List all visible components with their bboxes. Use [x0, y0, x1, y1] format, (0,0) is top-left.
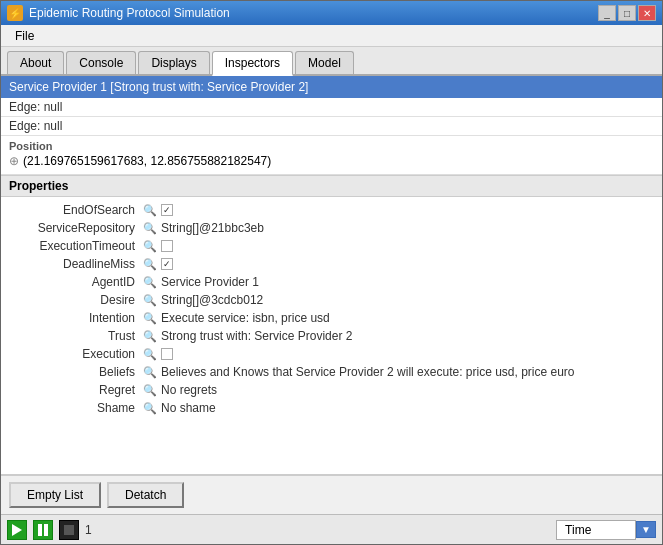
pause-bar-2: [44, 524, 48, 536]
title-bar-controls: _ □ ✕: [598, 5, 656, 21]
prop-icon-servicerepository: 🔍: [143, 222, 157, 235]
pause-button[interactable]: [33, 520, 53, 540]
empty-list-button[interactable]: Empty List: [9, 482, 101, 508]
edge-line-1: Edge: null: [1, 98, 662, 117]
prop-icon-beliefs: 🔍: [143, 366, 157, 379]
prop-name-executiontimeout: ExecutionTimeout: [9, 239, 139, 253]
tab-inspectors[interactable]: Inspectors: [212, 51, 293, 76]
prop-row-regret: Regret 🔍 No regrets: [1, 381, 662, 399]
properties-header: Properties: [1, 175, 662, 197]
window-title: Epidemic Routing Protocol Simulation: [29, 6, 230, 20]
prop-name-regret: Regret: [9, 383, 139, 397]
checkbox-endofsearch[interactable]: [161, 204, 173, 216]
prop-icon-agentid: 🔍: [143, 276, 157, 289]
status-number: 1: [85, 523, 92, 537]
position-section: Position ⊕ (21.1697651596​17683, 12.8567…: [1, 136, 662, 175]
menu-bar: File: [1, 25, 662, 47]
prop-name-servicerepository: ServiceRepository: [9, 221, 139, 235]
prop-value-desire: String[]@3cdcb012: [161, 293, 263, 307]
content-area: Service Provider 1 [Strong trust with: S…: [1, 76, 662, 474]
tab-displays[interactable]: Displays: [138, 51, 209, 74]
selected-node: Service Provider 1 [Strong trust with: S…: [1, 76, 662, 98]
prop-row-intention: Intention 🔍 Execute service: isbn, price…: [1, 309, 662, 327]
tabs-bar: About Console Displays Inspectors Model: [1, 47, 662, 76]
prop-value-shame: No shame: [161, 401, 216, 415]
prop-name-intention: Intention: [9, 311, 139, 325]
prop-value-agentid: Service Provider 1: [161, 275, 259, 289]
prop-name-agentid: AgentID: [9, 275, 139, 289]
detatch-button[interactable]: Detatch: [107, 482, 184, 508]
prop-name-desire: Desire: [9, 293, 139, 307]
prop-value-beliefs: Believes and Knows that Service Provider…: [161, 365, 575, 379]
prop-icon-endofsearch: 🔍: [143, 204, 157, 217]
properties-section: EndOfSearch 🔍 ServiceRepository 🔍 String…: [1, 197, 662, 421]
position-label: Position: [9, 140, 654, 152]
time-select[interactable]: Time: [556, 520, 636, 540]
prop-row-servicerepository: ServiceRepository 🔍 String[]@21bbc3eb: [1, 219, 662, 237]
checkbox-executiontimeout[interactable]: [161, 240, 173, 252]
prop-icon-executiontimeout: 🔍: [143, 240, 157, 253]
prop-icon-execution: 🔍: [143, 348, 157, 361]
prop-name-trust: Trust: [9, 329, 139, 343]
prop-value-intention: Execute service: isbn, price usd: [161, 311, 330, 325]
pause-bar-1: [38, 524, 42, 536]
title-bar-left: ⚡ Epidemic Routing Protocol Simulation: [7, 5, 230, 21]
dropdown-arrow-icon[interactable]: ▼: [636, 521, 656, 538]
prop-row-trust: Trust 🔍 Strong trust with: Service Provi…: [1, 327, 662, 345]
prop-row-desire: Desire 🔍 String[]@3cdcb012: [1, 291, 662, 309]
bottom-panel: Empty List Detatch: [1, 474, 662, 514]
prop-name-execution: Execution: [9, 347, 139, 361]
edge-line-2: Edge: null: [1, 117, 662, 136]
tab-model[interactable]: Model: [295, 51, 354, 74]
prop-row-shame: Shame 🔍 No shame: [1, 399, 662, 417]
prop-row-agentid: AgentID 🔍 Service Provider 1: [1, 273, 662, 291]
stop-icon: [64, 525, 74, 535]
position-coords: (21.1697651596​17683, 12.856755882182547…: [23, 154, 271, 168]
position-value: ⊕ (21.1697651596​17683, 12.8567558821825…: [9, 152, 654, 170]
maximize-button[interactable]: □: [618, 5, 636, 21]
prop-value-servicerepository: String[]@21bbc3eb: [161, 221, 264, 235]
prop-name-beliefs: Beliefs: [9, 365, 139, 379]
prop-icon-trust: 🔍: [143, 330, 157, 343]
prop-row-execution: Execution 🔍: [1, 345, 662, 363]
status-bar: 1 Time ▼: [1, 514, 662, 544]
prop-row-endofsearch: EndOfSearch 🔍: [1, 201, 662, 219]
app-window: ⚡ Epidemic Routing Protocol Simulation _…: [0, 0, 663, 545]
close-button[interactable]: ✕: [638, 5, 656, 21]
prop-name-endofsearch: EndOfSearch: [9, 203, 139, 217]
tab-about[interactable]: About: [7, 51, 64, 74]
prop-value-regret: No regrets: [161, 383, 217, 397]
time-dropdown: Time ▼: [556, 520, 656, 540]
prop-icon-shame: 🔍: [143, 402, 157, 415]
prop-row-deadlinemiss: DeadlineMiss 🔍: [1, 255, 662, 273]
title-bar: ⚡ Epidemic Routing Protocol Simulation _…: [1, 1, 662, 25]
main-content: Service Provider 1 [Strong trust with: S…: [1, 76, 662, 514]
prop-icon-regret: 🔍: [143, 384, 157, 397]
checkbox-deadlinemiss[interactable]: [161, 258, 173, 270]
prop-icon-desire: 🔍: [143, 294, 157, 307]
play-button[interactable]: [7, 520, 27, 540]
prop-row-beliefs: Beliefs 🔍 Believes and Knows that Servic…: [1, 363, 662, 381]
file-menu[interactable]: File: [7, 27, 42, 45]
prop-icon-deadlinemiss: 🔍: [143, 258, 157, 271]
prop-value-trust: Strong trust with: Service Provider 2: [161, 329, 352, 343]
app-icon: ⚡: [7, 5, 23, 21]
prop-name-deadlinemiss: DeadlineMiss: [9, 257, 139, 271]
play-icon: [12, 524, 22, 536]
checkbox-execution[interactable]: [161, 348, 173, 360]
compass-icon: ⊕: [9, 154, 19, 168]
minimize-button[interactable]: _: [598, 5, 616, 21]
tab-console[interactable]: Console: [66, 51, 136, 74]
prop-icon-intention: 🔍: [143, 312, 157, 325]
stop-button[interactable]: [59, 520, 79, 540]
prop-row-executiontimeout: ExecutionTimeout 🔍: [1, 237, 662, 255]
prop-name-shame: Shame: [9, 401, 139, 415]
